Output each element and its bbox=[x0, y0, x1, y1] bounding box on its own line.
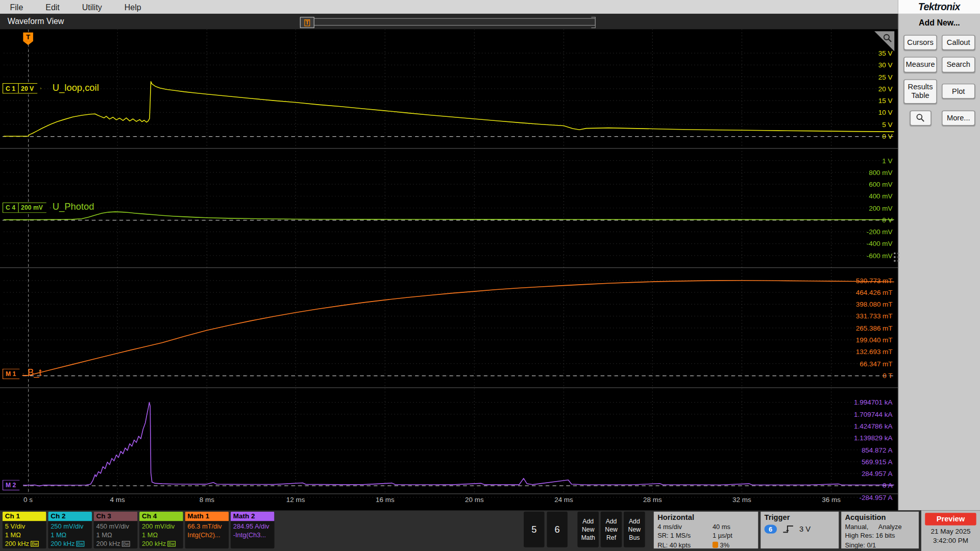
acquisition-title: Acquisition bbox=[845, 513, 915, 521]
button-line: New bbox=[605, 525, 618, 534]
record-view-handle[interactable]: T bbox=[300, 17, 314, 28]
channel-readout: 250 mV/div bbox=[51, 522, 89, 531]
plot-area[interactable]: T 0 s4 ms8 ms12 ms16 ms20 ms24 ms28 ms32… bbox=[0, 30, 898, 511]
channel-flag-id: M 1 bbox=[3, 369, 18, 379]
horizontal-value: 3% bbox=[713, 540, 729, 549]
panel-button-measure[interactable]: Measure bbox=[904, 57, 937, 72]
channel-flag-math2[interactable]: M 2 bbox=[3, 480, 23, 490]
channel-flag-ch4[interactable]: C 4200 mV bbox=[3, 203, 51, 213]
bandwidth-tag: Bw bbox=[76, 541, 85, 546]
channel-flag-ch1[interactable]: C 120 V bbox=[3, 83, 41, 94]
acquisition-resolution: High Res: 16 bits bbox=[845, 531, 915, 540]
channel-readout: 66.3 mT/div bbox=[187, 522, 226, 531]
horizontal-row: 4 ms/div40 ms bbox=[657, 522, 754, 532]
add-new-grid: CursorsCalloutMeasureSearchResults Table… bbox=[904, 35, 975, 126]
menu-item-edit[interactable]: Edit bbox=[45, 2, 59, 11]
channel-badge-math-1[interactable]: Math 166.3 mT/divIntg(Ch2)... bbox=[185, 512, 229, 548]
axis-label-math2: 0 A bbox=[883, 482, 892, 489]
record-view-slider[interactable]: T bbox=[300, 18, 596, 26]
axis-label-ch1: 35 V bbox=[878, 49, 893, 57]
channel-readout: -Intg(Ch3... bbox=[233, 531, 272, 540]
panel-button-more[interactable]: More... bbox=[942, 110, 975, 126]
axis-label-ch1: 25 V bbox=[878, 73, 893, 81]
trigger-title: Trigger bbox=[765, 513, 835, 521]
channel-readout: 200 mV/div bbox=[142, 522, 181, 531]
channel-badge-header: Ch 4 bbox=[139, 512, 183, 521]
oscilloscope-app: FileEditUtilityHelp Tektronix Waveform V… bbox=[0, 0, 980, 551]
add-new-ref-button[interactable]: AddNewRef bbox=[601, 512, 622, 547]
axis-label-math1: 331.733 mT bbox=[856, 312, 893, 320]
panel-button-search[interactable]: Search bbox=[942, 57, 975, 72]
channel-readout: Intg(Ch2)... bbox=[187, 531, 226, 540]
axis-label-ch1: 15 V bbox=[878, 97, 893, 105]
add-new-title: Add New... bbox=[899, 14, 980, 28]
axis-label-ch4: 800 mV bbox=[869, 169, 892, 177]
channel-readout: 200 kHzBw bbox=[5, 540, 44, 548]
panel-drag-handle[interactable] bbox=[894, 253, 899, 262]
brand-logo: Tektronix bbox=[898, 0, 980, 14]
channel-badge-body: 450 mV/div1 MΩ200 kHzBw bbox=[94, 521, 138, 548]
bottombar: Ch 15 V/div1 MΩ200 kHzBwCh 2250 mV/div1 … bbox=[0, 510, 980, 551]
channel-flag-math1[interactable]: M 1 bbox=[3, 368, 23, 379]
channel-flag-scale: 20 V bbox=[18, 84, 36, 93]
compression-icon bbox=[713, 542, 718, 548]
axis-label-math2: 1.994701 kA bbox=[854, 398, 893, 406]
waveform-canvas[interactable] bbox=[0, 30, 898, 511]
menu-item-file[interactable]: File bbox=[10, 2, 23, 11]
wave-slot-button-5[interactable]: 5 bbox=[524, 512, 544, 547]
channel-badge-ch-3[interactable]: Ch 3450 mV/div1 MΩ200 kHzBw bbox=[94, 512, 138, 548]
channel-badge-math-2[interactable]: Math 2284.95 A/div-Intg(Ch3... bbox=[231, 512, 275, 548]
axis-label-ch1: 5 V bbox=[882, 120, 892, 128]
axis-label-ch4: -200 mV bbox=[867, 228, 893, 236]
channel-badge-body: 284.95 A/div-Intg(Ch3... bbox=[231, 521, 275, 541]
channel-flag-id: C 1 bbox=[3, 84, 18, 93]
trace-label-b-t: B_t bbox=[28, 367, 42, 378]
panel-button-plot[interactable]: Plot bbox=[942, 84, 975, 99]
trace-label-u-photod: U_Photod bbox=[53, 201, 94, 212]
trigger-level: 3 V bbox=[799, 525, 811, 534]
trace-u-loop-coil[interactable] bbox=[4, 82, 894, 136]
acquisition-panel[interactable]: Acquisition Manual, Analyze High Res: 16… bbox=[841, 512, 919, 548]
button-line: New bbox=[628, 525, 641, 534]
axis-label-math1: 530.773 mT bbox=[856, 277, 893, 284]
bandwidth-tag: Bw bbox=[30, 541, 39, 546]
wave-slot-button-6[interactable]: 6 bbox=[547, 512, 567, 547]
trigger-flag[interactable]: T bbox=[23, 33, 33, 41]
channel-badge-header: Math 2 bbox=[231, 512, 275, 521]
preview-button[interactable]: Preview bbox=[925, 513, 976, 525]
channel-badge-header: Ch 2 bbox=[48, 512, 92, 521]
channel-badge-ch-2[interactable]: Ch 2250 mV/div1 MΩ200 kHzBw bbox=[48, 512, 92, 548]
panel-button-results-table[interactable]: Results Table bbox=[904, 79, 937, 103]
channel-flag-scale: 200 mV bbox=[18, 203, 45, 212]
menu-item-utility[interactable]: Utility bbox=[82, 2, 102, 11]
trace-u-photod[interactable] bbox=[4, 212, 894, 220]
axis-label-math1: 265.386 mT bbox=[856, 324, 893, 332]
horizontal-value: 1 µs/pt bbox=[713, 531, 732, 540]
channel-readout: 5 V/div bbox=[5, 522, 44, 531]
panel-button-cursors[interactable]: Cursors bbox=[904, 35, 937, 51]
acquisition-mode-row: Manual, Analyze bbox=[845, 522, 915, 532]
panel-button-callout[interactable]: Callout bbox=[942, 35, 975, 51]
magnifier-icon bbox=[883, 33, 893, 43]
add-new-math-button[interactable]: AddNewMath bbox=[577, 512, 599, 547]
axis-label-math1: 398.080 mT bbox=[856, 300, 893, 308]
acquisition-mode: Manual, bbox=[845, 522, 869, 532]
trigger-panel[interactable]: Trigger 6 3 V bbox=[761, 512, 839, 548]
horizontal-value: 4 ms/div bbox=[657, 522, 713, 532]
channel-badge-ch-4[interactable]: Ch 4200 mV/div1 MΩ200 kHzBw bbox=[139, 512, 183, 548]
add-new-bus-button[interactable]: AddNewBus bbox=[624, 512, 645, 547]
axis-label-math2: 569.915 A bbox=[862, 458, 893, 466]
x-tick-label: 24 ms bbox=[545, 496, 582, 504]
button-line: Math bbox=[581, 534, 595, 542]
axis-label-math1: 0 T bbox=[883, 372, 892, 380]
axis-label-ch1: 20 V bbox=[878, 85, 893, 93]
zoom-tool-button[interactable] bbox=[910, 110, 931, 126]
x-tick-label: 8 ms bbox=[188, 496, 226, 504]
channel-badge-body: 200 mV/div1 MΩ200 kHzBw bbox=[139, 521, 183, 548]
channel-badge-ch-1[interactable]: Ch 15 V/div1 MΩ200 kHzBw bbox=[3, 512, 46, 548]
menu-item-help[interactable]: Help bbox=[125, 2, 141, 11]
axis-label-math2: 1.709744 kA bbox=[854, 410, 893, 418]
time-label: 3:42:00 PM bbox=[921, 537, 980, 544]
channel-readout: 200 kHzBw bbox=[96, 540, 135, 548]
horizontal-panel[interactable]: Horizontal 4 ms/div40 msSR: 1 MS/s1 µs/p… bbox=[654, 512, 758, 548]
